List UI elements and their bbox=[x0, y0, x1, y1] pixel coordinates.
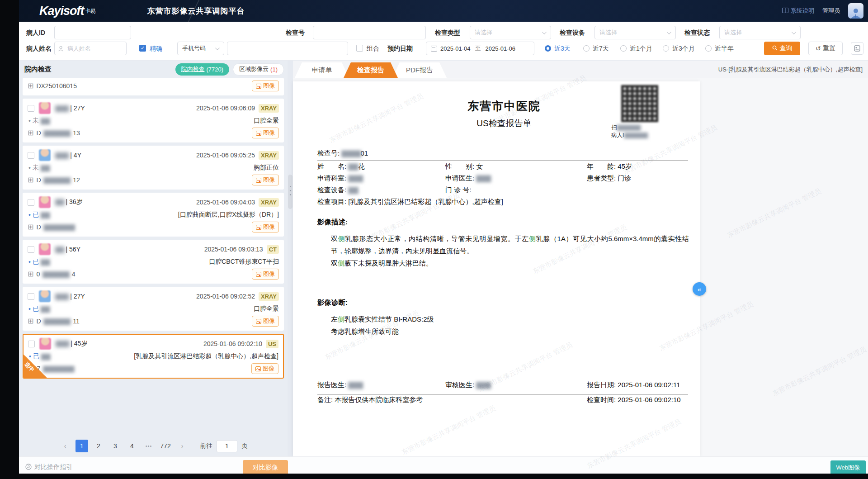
page-unit-label: 页 bbox=[241, 442, 248, 450]
exam-list-item[interactable]: ▇▇| 56Y 2025-01-06 09:03:13 CT •已▇▇ 口腔CB… bbox=[23, 240, 284, 284]
system-help-link[interactable]: 系统说明 bbox=[782, 7, 814, 15]
exam-description: [口腔曲面断层,口腔X线摄影（DR）] bbox=[178, 211, 279, 219]
exam-description: 口腔CBCT锥形束CT平扫 bbox=[209, 258, 279, 266]
reset-button[interactable]: ↺ 重置 bbox=[808, 42, 843, 55]
item-checkbox[interactable] bbox=[28, 105, 34, 112]
tab-regional-cloud[interactable]: 区域影像云(1) bbox=[233, 63, 284, 76]
tab-hospital-exams[interactable]: 院内检查(7720) bbox=[175, 63, 230, 76]
exam-type-select[interactable]: 请选择 bbox=[470, 26, 551, 39]
exam-id: ⊞DX250106015 bbox=[28, 82, 77, 90]
diagnosis-line-1: 左侧乳腺囊实性结节 BI-RADS:2级 bbox=[331, 313, 691, 325]
item-checkbox[interactable] bbox=[28, 246, 34, 253]
pages-ellipsis[interactable]: ••• bbox=[142, 440, 155, 452]
patient-id-input[interactable] bbox=[54, 26, 131, 39]
report-status: •已▇▇ bbox=[28, 211, 49, 219]
exam-list: ⊞DX250106015 图像 ▇▇▇| 27Y 2025-01-06 09:0… bbox=[23, 78, 284, 436]
bottom-bar: 对比操作指引 对比影像 Web图像 bbox=[19, 456, 868, 474]
view-image-button[interactable]: 图像 bbox=[252, 269, 279, 280]
film-icon: ⊞ bbox=[28, 270, 33, 278]
exam-no-input[interactable] bbox=[313, 26, 426, 39]
last7days-label[interactable]: 近7天 bbox=[593, 42, 609, 55]
panel-splitter[interactable] bbox=[288, 61, 293, 456]
modality-badge: XRAY bbox=[259, 151, 279, 160]
film-icon: ⊞ bbox=[28, 223, 33, 231]
item-checkbox[interactable] bbox=[28, 293, 34, 300]
patient-avatar bbox=[39, 290, 51, 302]
view-image-button[interactable]: 图像 bbox=[252, 316, 279, 327]
page-button-4[interactable]: 4 bbox=[126, 440, 138, 452]
patient-name: ▇▇▇| 4Y bbox=[55, 152, 81, 159]
page-button-3[interactable]: 3 bbox=[109, 440, 122, 452]
exam-list-item[interactable]: ▇▇| 36岁 2025-01-06 09:04:03 XRAY •已▇▇ [口… bbox=[23, 193, 284, 237]
exam-status-select[interactable]: 请选择 bbox=[719, 26, 801, 39]
compare-guide-link[interactable]: 对比操作指引 bbox=[25, 463, 72, 471]
exact-label: 精确 bbox=[150, 42, 162, 55]
report-status: •已▇▇ bbox=[28, 305, 49, 313]
current-exam-caption: US-[乳腺及其引流区淋巴结彩超（乳腺中心）,超声检查] bbox=[718, 66, 863, 74]
view-image-button[interactable]: 图像 bbox=[252, 81, 279, 91]
radio-last7days[interactable] bbox=[583, 45, 590, 52]
phone-select[interactable]: 手机号码 bbox=[177, 42, 224, 55]
phone-input[interactable] bbox=[227, 42, 348, 55]
radio-last3days[interactable] bbox=[545, 45, 551, 52]
radio-last6months[interactable] bbox=[705, 45, 712, 52]
watermark: 东营市影像云共享调阅平台 管理员 bbox=[726, 187, 822, 240]
radio-last1month[interactable] bbox=[620, 45, 627, 52]
date-label: 预约日期 bbox=[387, 42, 413, 55]
exam-list-item[interactable]: ▇▇▇| 4Y 2025-01-06 09:05:25 XRAY •未▇▇ 胸部… bbox=[23, 146, 284, 190]
exam-list-item[interactable]: ▇▇▇| 27Y 2025-01-06 09:02:52 XRAY •已▇▇ 口… bbox=[23, 287, 284, 331]
item-checkbox[interactable] bbox=[28, 341, 35, 347]
exam-datetime: 2025-01-06 09:03:13 bbox=[204, 246, 263, 253]
kayisoft-logo: Kayisoft卡易 bbox=[39, 4, 95, 18]
chevron-down-icon bbox=[215, 46, 220, 50]
last3months-label[interactable]: 近3个月 bbox=[672, 42, 695, 55]
exam-description: 胸部正位 bbox=[254, 164, 279, 172]
item-checkbox[interactable] bbox=[28, 199, 34, 206]
exam-id: ⊞0▇▇▇▇▇▇4 bbox=[28, 270, 75, 278]
page-button-last[interactable]: 772 bbox=[159, 440, 172, 452]
collapse-icon: « bbox=[698, 285, 701, 293]
goto-page-input[interactable] bbox=[217, 440, 237, 452]
filter-row-1: 病人ID 检查号 检查类型 请选择 检查设备 请选择 检查状态 请选择 bbox=[19, 26, 868, 40]
layout-switch-button[interactable] bbox=[851, 42, 863, 55]
view-image-button[interactable]: 图像 bbox=[252, 175, 279, 185]
patient-avatar bbox=[39, 149, 51, 161]
exam-list-item[interactable]: ▇▇▇| 27Y 2025-01-06 09:06:09 XRAY •未▇▇ 口… bbox=[23, 99, 284, 142]
exam-device-select[interactable]: 请选择 bbox=[594, 26, 676, 39]
patient-name-input[interactable] bbox=[54, 42, 127, 55]
last1month-label[interactable]: 近1个月 bbox=[630, 42, 652, 55]
tab-exam-report[interactable]: 检查报告 bbox=[344, 62, 398, 78]
reset-icon: ↺ bbox=[816, 45, 821, 52]
tab-application-form[interactable]: 申请单 bbox=[295, 62, 349, 78]
next-page-button[interactable]: › bbox=[176, 440, 189, 452]
compare-images-button[interactable]: 对比影像 bbox=[243, 460, 288, 474]
exam-list-item-selected[interactable]: ▇▇▇| 45岁 2025-01-06 09:02:10 US •已▇▇ [乳腺… bbox=[23, 334, 284, 379]
page-button-1[interactable]: 1 bbox=[75, 440, 88, 452]
last6months-label[interactable]: 近半年 bbox=[715, 42, 734, 55]
page-button-2[interactable]: 2 bbox=[92, 440, 105, 452]
report-status: •未▇▇ bbox=[28, 117, 49, 125]
qr-code-image bbox=[621, 85, 658, 122]
search-button[interactable]: 查询 bbox=[764, 42, 800, 55]
radio-last3months[interactable] bbox=[663, 45, 669, 52]
exam-description: 口腔全景 bbox=[254, 117, 279, 125]
view-image-button[interactable]: 图像 bbox=[252, 222, 279, 232]
calendar-icon bbox=[431, 46, 437, 52]
modality-badge: XRAY bbox=[259, 292, 279, 301]
view-image-button[interactable]: 图像 bbox=[251, 363, 278, 374]
combine-checkbox[interactable] bbox=[356, 45, 363, 52]
exact-checkbox[interactable] bbox=[139, 45, 146, 52]
user-avatar[interactable] bbox=[848, 3, 863, 19]
exam-list-item-partial[interactable]: ⊞DX250106015 图像 bbox=[23, 78, 284, 95]
collapse-panel-button[interactable]: « bbox=[693, 282, 706, 296]
splitter-grip-icon[interactable] bbox=[288, 175, 292, 209]
modality-badge: CT bbox=[267, 245, 279, 254]
date-range-picker[interactable]: 2025-01-04至2025-01-06 bbox=[426, 42, 534, 55]
web-image-button[interactable]: Web图像 bbox=[830, 460, 866, 474]
prev-page-button[interactable]: ‹ bbox=[59, 440, 71, 452]
view-image-button[interactable]: 图像 bbox=[252, 128, 279, 138]
item-checkbox[interactable] bbox=[28, 152, 34, 159]
exam-id: ⊞D▇▇▇▇▇▇13 bbox=[28, 129, 80, 137]
last3days-label[interactable]: 近3天 bbox=[554, 42, 571, 55]
tab-pdf-report[interactable]: PDF报告 bbox=[392, 62, 447, 78]
